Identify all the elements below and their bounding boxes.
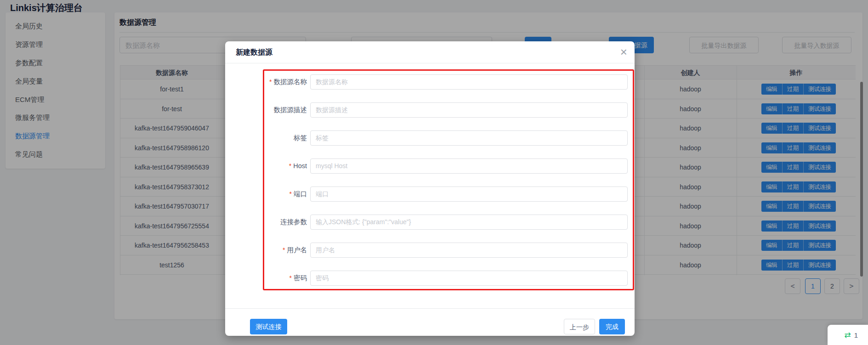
form-label-text: 连接参数	[280, 218, 307, 226]
form-field-input[interactable]	[310, 158, 628, 174]
required-asterisk: *	[289, 274, 292, 282]
form-field-input[interactable]	[310, 74, 628, 90]
modal-title: 新建数据源	[236, 48, 272, 57]
finish-button[interactable]: 完成	[599, 319, 625, 334]
form-label-text: 数据源名称	[274, 78, 307, 85]
form-label-text: 密码	[294, 274, 307, 282]
form-row: *数据源名称	[225, 74, 635, 102]
form-label: *密码	[225, 271, 307, 299]
required-asterisk: *	[289, 162, 291, 170]
close-icon[interactable]: ×	[620, 44, 627, 60]
modal-footer-divider	[225, 308, 635, 309]
form-label: *数据源描述	[225, 102, 307, 130]
form-row: *连接参数	[225, 215, 635, 243]
required-asterisk: *	[283, 246, 285, 254]
form-label: *Host	[225, 158, 307, 187]
form-label: *数据源名称	[225, 74, 307, 102]
form-field-input[interactable]	[310, 215, 628, 230]
task-count-widget[interactable]: ⇄ 1	[828, 325, 868, 345]
form-row: *Host	[225, 158, 635, 187]
form-label: *用户名	[225, 243, 307, 271]
form-field-input[interactable]	[310, 271, 628, 286]
form-label-text: 数据源描述	[274, 106, 307, 113]
required-asterisk: *	[269, 78, 272, 85]
test-connection-button[interactable]: 测试连接	[250, 319, 287, 334]
previous-step-button[interactable]: 上一步	[564, 319, 595, 334]
form-row: *密码	[225, 271, 635, 299]
form-label-text: 用户名	[287, 246, 307, 254]
new-datasource-modal: 新建数据源 × *数据源名称 *数据源描述	[225, 41, 635, 336]
form-label: *端口	[225, 187, 307, 215]
form-label-text: Host	[293, 162, 307, 170]
form-row: *端口	[225, 187, 635, 215]
form-field-input[interactable]	[310, 187, 628, 202]
form-label: *连接参数	[225, 215, 307, 243]
datasource-form: *数据源名称 *数据源描述 *标签	[225, 74, 635, 299]
app-root: Linkis计算治理台 全局历史 资源管理 参数配置 全局变量 ECM管理 微服…	[0, 0, 868, 345]
form-field-input[interactable]	[310, 130, 628, 146]
modal-header-divider	[225, 63, 635, 63]
form-label-text: 端口	[294, 190, 307, 198]
form-row: *标签	[225, 130, 635, 158]
required-asterisk: *	[289, 190, 292, 198]
form-field-input[interactable]	[310, 243, 628, 258]
form-label-text: 标签	[294, 134, 307, 141]
form-field-input[interactable]	[310, 102, 628, 118]
task-count: 1	[854, 331, 858, 339]
form-row: *用户名	[225, 243, 635, 271]
form-row: *数据源描述	[225, 102, 635, 130]
form-label: *标签	[225, 130, 307, 158]
swap-arrows-icon: ⇄	[844, 330, 851, 340]
